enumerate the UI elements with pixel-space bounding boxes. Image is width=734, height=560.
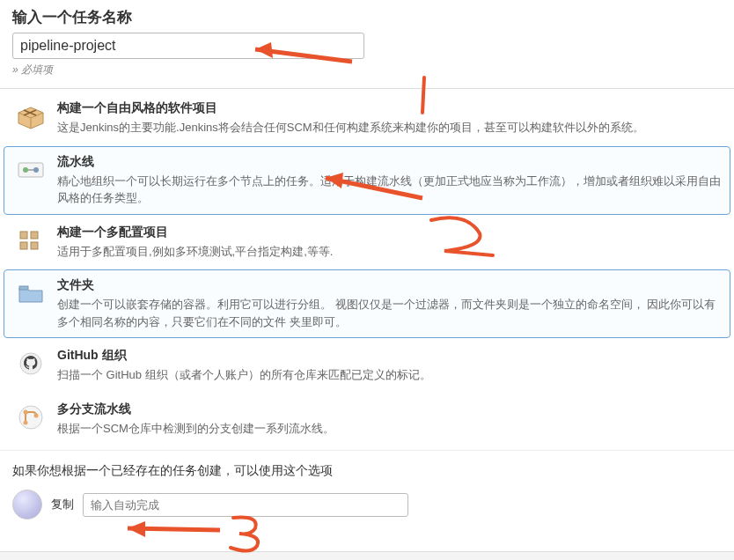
item-type-list: 构建一个自由风格的软件项目 这是Jenkins的主要功能.Jenkins将会结合… bbox=[0, 89, 734, 450]
item-freestyle[interactable]: 构建一个自由风格的软件项目 这是Jenkins的主要功能.Jenkins将会结合… bbox=[4, 92, 730, 144]
item-desc: 精心地组织一个可以长期运行在多个节点上的任务。适用于构建流水线（更加正式地应当称… bbox=[57, 173, 721, 207]
item-name-input[interactable] bbox=[12, 33, 364, 59]
item-desc: 扫描一个 GitHub 组织（或者个人账户）的所有仓库来匹配已定义的标记。 bbox=[57, 366, 721, 384]
copy-label: 复制 bbox=[51, 497, 74, 512]
item-desc: 根据一个SCM仓库中检测到的分支创建一系列流水线。 bbox=[57, 420, 721, 438]
item-title: GitHub 组织 bbox=[57, 348, 721, 364]
item-desc: 创建一个可以嵌套存储的容器。利用它可以进行分组。 视图仅仅是一个过滤器，而文件夹… bbox=[57, 296, 721, 330]
item-title: 文件夹 bbox=[57, 277, 721, 293]
item-multiconfig[interactable]: 构建一个多配置项目 适用于多配置项目,例如多环境测试,平台指定构建,等等. bbox=[4, 217, 730, 269]
svg-point-2 bbox=[33, 167, 39, 173]
box-icon bbox=[13, 100, 48, 132]
svg-rect-4 bbox=[20, 232, 27, 239]
item-title: 多分支流水线 bbox=[57, 402, 721, 417]
item-github-org[interactable]: GitHub 组织 扫描一个 GitHub 组织（或者个人账户）的所有仓库来匹配… bbox=[4, 340, 730, 392]
item-title: 构建一个自由风格的软件项目 bbox=[57, 100, 721, 116]
svg-point-12 bbox=[34, 413, 39, 417]
github-icon bbox=[13, 348, 48, 379]
item-pipeline[interactable]: 流水线 精心地组织一个可以长期运行在多个节点上的任务。适用于构建流水线（更加正式… bbox=[4, 146, 730, 215]
copy-icon bbox=[12, 490, 42, 519]
multibranch-icon bbox=[13, 402, 48, 433]
item-desc: 这是Jenkins的主要功能.Jenkins将会结合任何SCM和任何构建系统来构… bbox=[57, 119, 721, 136]
page-title: 输入一个任务名称 bbox=[12, 7, 722, 27]
item-title: 流水线 bbox=[57, 154, 721, 170]
svg-rect-5 bbox=[31, 232, 38, 239]
folder-icon bbox=[13, 277, 48, 309]
svg-point-11 bbox=[24, 409, 28, 414]
pipeline-icon bbox=[13, 154, 48, 186]
svg-rect-6 bbox=[20, 242, 27, 249]
item-folder[interactable]: 文件夹 创建一个可以嵌套存储的容器。利用它可以进行分组。 视图仅仅是一个过滤器，… bbox=[4, 269, 730, 338]
copy-from-input[interactable] bbox=[83, 493, 408, 517]
svg-point-10 bbox=[19, 406, 42, 429]
item-multibranch[interactable]: 多分支流水线 根据一个SCM仓库中检测到的分支创建一系列流水线。 bbox=[4, 394, 730, 446]
item-desc: 适用于多配置项目,例如多环境测试,平台指定构建,等等. bbox=[57, 243, 721, 261]
copy-prompt: 如果你想根据一个已经存在的任务创建，可以使用这个选项 bbox=[12, 463, 722, 479]
svg-point-1 bbox=[23, 167, 28, 173]
item-title: 构建一个多配置项目 bbox=[57, 225, 721, 240]
svg-rect-8 bbox=[19, 286, 28, 290]
required-note: » 必填项 bbox=[12, 63, 722, 77]
svg-point-13 bbox=[24, 420, 28, 424]
svg-rect-7 bbox=[31, 242, 38, 249]
matrix-icon bbox=[13, 225, 48, 256]
